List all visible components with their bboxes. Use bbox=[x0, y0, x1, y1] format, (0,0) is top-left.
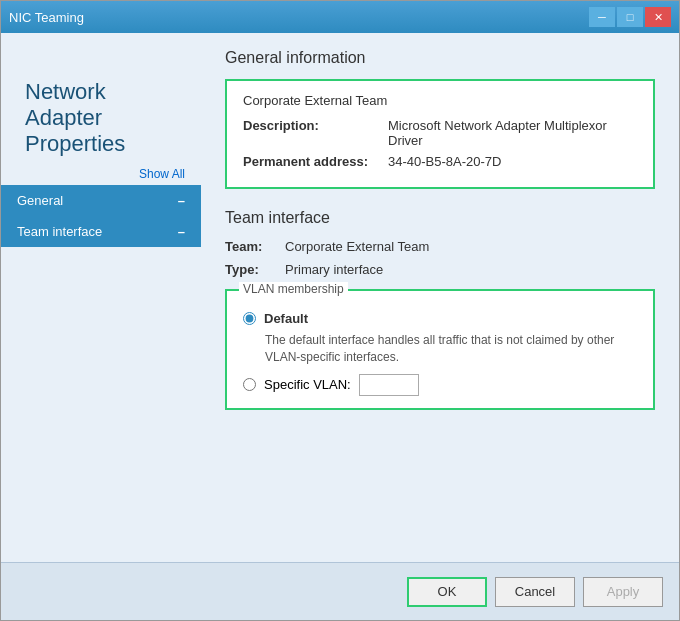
title-bar-controls: ─ □ ✕ bbox=[589, 7, 671, 27]
type-value: Primary interface bbox=[285, 262, 383, 277]
sidebar-item-team-interface-dash: – bbox=[178, 224, 185, 239]
radio-default-label[interactable]: Default bbox=[264, 311, 308, 326]
radio-specific-input[interactable] bbox=[243, 378, 256, 391]
right-panel: General information Corporate External T… bbox=[201, 33, 679, 562]
specific-vlan-row: Specific VLAN: bbox=[243, 374, 637, 396]
show-all-link[interactable]: Show All bbox=[1, 167, 201, 185]
sidebar: Network Adapter Properties Show All Gene… bbox=[1, 33, 201, 562]
close-button[interactable]: ✕ bbox=[645, 7, 671, 27]
description-row: Description: Microsoft Network Adapter M… bbox=[243, 118, 637, 148]
description-value: Microsoft Network Adapter Multiplexor Dr… bbox=[388, 118, 637, 148]
radio-specific-item[interactable]: Specific VLAN: bbox=[243, 377, 351, 392]
radio-group: Default The default interface handles al… bbox=[243, 311, 637, 396]
page-title: Network Adapter Properties bbox=[1, 59, 201, 167]
adapter-name: Corporate External Team bbox=[243, 93, 637, 108]
team-interface-section: Team interface Team: Corporate External … bbox=[225, 209, 655, 410]
window-title: NIC Teaming bbox=[9, 10, 84, 25]
sidebar-item-general[interactable]: General – bbox=[1, 185, 201, 216]
permanent-address-row: Permanent address: 34-40-B5-8A-20-7D bbox=[243, 154, 637, 169]
vlan-card: VLAN membership Default The default inte… bbox=[225, 289, 655, 410]
apply-button[interactable]: Apply bbox=[583, 577, 663, 607]
description-label: Description: bbox=[243, 118, 388, 133]
radio-default-item[interactable]: Default bbox=[243, 311, 637, 326]
radio-default-input[interactable] bbox=[243, 312, 256, 325]
radio-specific-label[interactable]: Specific VLAN: bbox=[264, 377, 351, 392]
permanent-address-label: Permanent address: bbox=[243, 154, 388, 169]
team-interface-title: Team interface bbox=[225, 209, 655, 227]
type-row: Type: Primary interface bbox=[225, 262, 655, 277]
title-bar: NIC Teaming ─ □ ✕ bbox=[1, 1, 679, 33]
specific-vlan-input[interactable] bbox=[359, 374, 419, 396]
sidebar-item-general-dash: – bbox=[178, 193, 185, 208]
minimize-button[interactable]: ─ bbox=[589, 7, 615, 27]
footer: OK Cancel Apply bbox=[1, 562, 679, 620]
type-label: Type: bbox=[225, 262, 285, 277]
window: NIC Teaming ─ □ ✕ Network Adapter Proper… bbox=[0, 0, 680, 621]
sidebar-item-team-interface-label: Team interface bbox=[17, 224, 102, 239]
maximize-button[interactable]: □ bbox=[617, 7, 643, 27]
team-value: Corporate External Team bbox=[285, 239, 429, 254]
ok-button[interactable]: OK bbox=[407, 577, 487, 607]
sidebar-item-team-interface[interactable]: Team interface – bbox=[1, 216, 201, 247]
general-info-card: Corporate External Team Description: Mic… bbox=[225, 79, 655, 189]
team-label: Team: bbox=[225, 239, 285, 254]
permanent-address-value: 34-40-B5-8A-20-7D bbox=[388, 154, 501, 169]
cancel-button[interactable]: Cancel bbox=[495, 577, 575, 607]
vlan-legend: VLAN membership bbox=[239, 282, 348, 296]
general-info-title: General information bbox=[225, 49, 655, 67]
team-row: Team: Corporate External Team bbox=[225, 239, 655, 254]
radio-default-desc: The default interface handles all traffi… bbox=[265, 332, 637, 366]
sidebar-item-general-label: General bbox=[17, 193, 63, 208]
main-body: Network Adapter Properties Show All Gene… bbox=[1, 33, 679, 562]
